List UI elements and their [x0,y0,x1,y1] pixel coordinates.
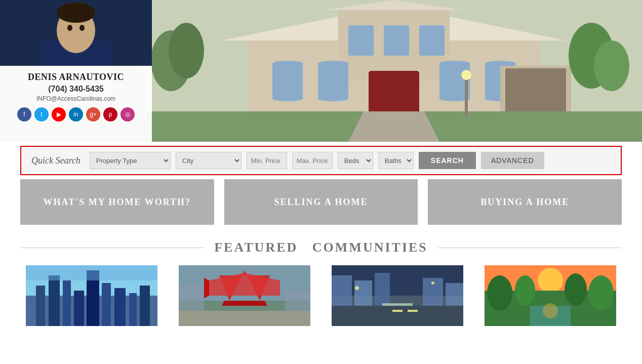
svg-point-63 [355,286,359,290]
svg-rect-13 [384,25,409,56]
svg-rect-37 [74,291,84,326]
home-worth-label: WHAT'S MY HOME WORTH? [44,197,191,208]
svg-point-29 [57,3,95,23]
svg-rect-52 [179,311,310,326]
buying-button[interactable]: BUYING A HOME [428,179,622,225]
facebook-icon[interactable]: f [17,107,31,122]
svg-point-2 [169,23,204,78]
property-type-select[interactable]: Property Type Residential Commercial Lan… [90,152,171,169]
svg-rect-41 [129,293,137,326]
community-img-2 [173,265,316,326]
community-card-2[interactable] [173,265,316,326]
hero-house-image [146,0,642,142]
community-card-1[interactable] [20,265,163,326]
beds-select[interactable]: Beds 1+ 2+ 3+ 4+ 5+ [338,152,373,169]
svg-rect-67 [408,310,418,312]
svg-marker-49 [204,278,209,298]
googleplus-icon[interactable]: g+ [86,107,100,122]
svg-point-70 [538,268,563,293]
community-card-3[interactable] [326,265,469,326]
svg-point-30 [67,25,72,31]
svg-rect-35 [49,275,60,326]
svg-rect-42 [140,286,150,326]
search-button[interactable]: SEARCH [419,152,476,169]
house-svg [146,0,642,142]
svg-point-75 [588,275,614,311]
svg-point-20 [594,41,629,91]
pinterest-icon[interactable]: p [103,107,117,122]
advanced-button[interactable]: ADVANCED [481,152,544,169]
featured-line-left [20,248,204,248]
featured-plain: FEATURED [214,240,298,255]
quick-search-bar: Quick Search Property Type Residential C… [20,146,622,175]
social-icons-row: f t ▶ in g+ p ◎ [5,107,147,122]
agent-info: DENIS ARNAUTOVIC (704) 340-5435 INFO@Acc… [0,66,152,142]
community-grid [20,265,622,326]
selling-button[interactable]: SELLING A HOME [224,179,418,225]
svg-rect-21 [465,76,468,116]
svg-rect-36 [63,280,71,326]
community-img-1 [20,265,163,326]
svg-point-72 [487,275,512,311]
svg-rect-7 [272,61,303,101]
svg-rect-40 [114,288,126,326]
svg-marker-18 [348,111,439,142]
agent-email: INFO@AccessCarolinas.com [5,95,147,102]
action-buttons-row: WHAT'S MY HOME WORTH? SELLING A HOME BUY… [20,179,622,225]
agent-photo-svg [0,0,152,66]
svg-point-31 [79,25,85,31]
agent-name: DENIS ARNAUTOVIC [5,72,147,83]
selling-label: SELLING A HOME [274,197,368,208]
featured-line-right [438,248,622,248]
svg-rect-14 [419,25,445,56]
city-select[interactable]: City Charlotte Raleigh Durham [176,152,242,169]
twitter-icon[interactable]: t [34,107,49,122]
community-img-4 [479,265,622,326]
home-worth-button[interactable]: WHAT'S MY HOME WORTH? [20,179,214,225]
featured-title-row: FEATURED COMMUNITIES [20,240,622,255]
hero-section: DENIS ARNAUTOVIC (704) 340-5435 INFO@Acc… [0,0,642,142]
svg-marker-47 [222,301,267,306]
instagram-icon[interactable]: ◎ [121,107,135,122]
baths-select[interactable]: Baths 1+ 2+ 3+ 4+ [378,152,414,169]
featured-section: FEATURED COMMUNITIES [20,240,622,326]
linkedin-icon[interactable]: in [69,107,83,122]
min-price-input[interactable] [247,152,287,169]
community-card-4[interactable] [479,265,622,326]
svg-rect-43 [26,265,157,280]
buying-label: BUYING A HOME [480,197,569,208]
community-img-3 [326,265,469,326]
svg-point-22 [461,70,471,80]
agent-photo [0,0,152,66]
quick-search-label: Quick Search [31,155,81,166]
svg-rect-12 [348,25,374,56]
svg-point-74 [565,273,587,306]
svg-rect-34 [36,286,45,326]
agent-card: DENIS ARNAUTOVIC (704) 340-5435 INFO@Acc… [0,0,152,142]
max-price-input[interactable] [292,152,333,169]
svg-rect-39 [102,283,111,326]
agent-phone: (704) 340-5435 [5,85,147,94]
svg-point-73 [515,275,535,306]
svg-point-64 [431,281,434,285]
svg-rect-65 [332,306,463,326]
featured-title: FEATURED COMMUNITIES [204,240,438,255]
svg-point-77 [543,303,558,318]
svg-rect-8 [318,61,348,101]
svg-rect-66 [392,310,403,312]
featured-bold: COMMUNITIES [312,240,428,255]
youtube-icon[interactable]: ▶ [52,107,66,122]
